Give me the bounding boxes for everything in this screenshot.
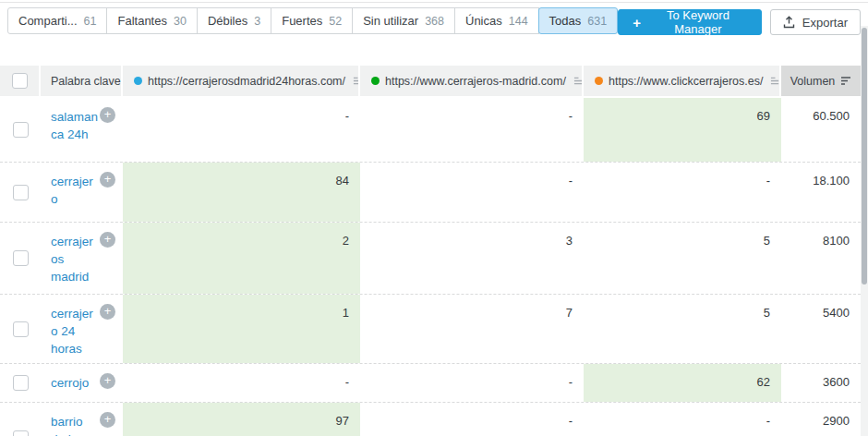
volume-cell: 3600 [781,364,861,402]
table-row: cerrojo + - - 62 3600 [0,364,861,403]
export-button[interactable]: Exportar [770,9,861,35]
filter-tab-count: 144 [509,15,528,28]
row-checkbox-cell [0,98,41,162]
volume-cell: 18.100 [781,163,861,222]
column-header-competitor[interactable]: https://cerrajerosdmadrid24horas.com/ [123,66,360,96]
filter-tab-label: Débiles [208,14,247,28]
vertical-scrollbar[interactable] [861,26,868,436]
sort-icon[interactable] [353,76,360,86]
keyword-cell: cerrajero 24 horas + [41,295,123,363]
filter-tab-count: 61 [84,15,97,28]
volume-column-label: Volumen [790,75,836,88]
table-row: barrio de la + 97 - - 2900 [0,403,861,436]
filter-tab[interactable]: Fuertes 52 [271,7,353,34]
table-row: cerrajeros madrid + 2 3 5 8100 [0,223,861,295]
toolbar: Comparti... 61 Faltantes 30 Débiles 3 Fu… [0,0,868,46]
rank-cell: 97 [123,403,360,436]
filter-tab-count: 368 [425,15,444,28]
column-header-competitor[interactable]: https://www.cerrajeros-madrid.com/ [360,66,584,96]
column-header-competitor[interactable]: https://www.clickcerrajeros.es/ [584,66,781,96]
table-header: Palabra clave https://cerrajerosdmadrid2… [0,66,861,96]
keyword-link[interactable]: cerrajero [51,173,99,208]
rank-cell: 84 [123,163,360,222]
to-keyword-manager-label: To Keyword Manager [649,8,747,36]
rank-cell: - [584,403,781,436]
rank-cell: 1 [123,295,360,363]
select-all-cell [0,66,41,96]
filter-tab[interactable]: Comparti... 61 [7,7,107,34]
volume-cell: 8100 [781,223,861,294]
keyword-link[interactable]: salamanca 24h [51,108,99,143]
row-checkbox-cell [0,223,41,294]
sort-icon[interactable] [770,76,780,86]
table-body: salamanca 24h + - - 69 60.500 cerrajero … [0,98,868,436]
column-header-keyword[interactable]: Palabra clave [41,66,123,96]
row-checkbox[interactable] [13,321,29,337]
rank-cell: - [360,364,584,402]
add-keyword-icon[interactable]: + [100,172,115,188]
to-keyword-manager-button[interactable]: + To Keyword Manager [618,9,762,35]
table-row: cerrajero + 84 - - 18.100 [0,163,861,223]
rank-cell: 3 [360,223,584,294]
row-checkbox[interactable] [13,430,29,436]
filter-tab[interactable]: Faltantes 30 [106,7,197,34]
rank-cell: 2 [123,223,360,294]
filter-tab-count: 30 [174,15,187,28]
keyword-gap-view: Comparti... 61 Faltantes 30 Débiles 3 Fu… [0,0,868,436]
rank-cell: - [360,403,584,436]
row-checkbox[interactable] [13,250,29,266]
scrollbar-thumb[interactable] [862,28,867,285]
add-keyword-icon[interactable]: + [100,107,115,123]
filter-tab-label: Todas [549,14,582,28]
row-checkbox-cell [0,364,41,402]
keyword-link[interactable]: barrio de la [51,413,99,436]
row-checkbox-cell [0,163,41,222]
rank-cell: 5 [584,295,781,363]
keyword-link[interactable]: cerrojo [51,374,99,392]
keyword-column-label: Palabra clave [51,75,121,88]
filter-tab-label: Únicas [465,14,502,28]
table-row: cerrajero 24 horas + 1 7 5 5400 [0,295,861,364]
add-keyword-icon[interactable]: + [100,304,115,320]
add-keyword-icon[interactable]: + [100,373,115,389]
competitor-url: https://www.clickcerrajeros.es/ [609,75,763,88]
row-checkbox[interactable] [13,185,29,200]
filter-tab[interactable]: Todas 631 [538,7,619,34]
rank-cell: - [360,98,584,162]
row-checkbox-cell [0,403,41,436]
sort-icon[interactable] [840,76,851,86]
select-all-checkbox[interactable] [12,73,28,89]
filter-tab-count: 631 [587,15,607,28]
keyword-cell: cerrojo + [41,364,123,402]
column-header-volume[interactable]: Volumen [781,66,861,96]
row-checkbox[interactable] [13,375,29,391]
table-row: salamanca 24h + - - 69 60.500 [0,98,861,163]
add-keyword-icon[interactable]: + [100,232,115,248]
filter-tabs: Comparti... 61 Faltantes 30 Débiles 3 Fu… [7,7,618,34]
keyword-cell: cerrajero + [41,163,123,222]
rank-cell: - [123,98,360,162]
competitor-url: https://www.cerrajeros-madrid.com/ [385,75,566,88]
filter-tab-count: 3 [254,15,260,28]
filter-tab[interactable]: Débiles 3 [197,7,271,34]
export-icon [783,16,795,29]
rank-cell: 5 [584,223,781,294]
filter-tab[interactable]: Sin utilizar 368 [352,7,455,34]
filter-tab-label: Faltantes [117,14,166,28]
keyword-cell: barrio de la + [41,403,123,436]
filter-tab-label: Fuertes [282,14,322,28]
add-keyword-icon[interactable]: + [100,412,115,428]
volume-cell: 60.500 [781,98,861,162]
volume-cell: 5400 [781,295,861,363]
keyword-link[interactable]: cerrajero 24 horas [51,305,99,357]
sort-icon[interactable] [573,76,584,86]
rank-cell: 7 [360,295,584,363]
export-label: Exportar [802,16,848,30]
filter-tab-count: 52 [329,15,342,28]
filter-tab-label: Comparti... [18,14,78,28]
keyword-link[interactable]: cerrajeros madrid [51,233,99,285]
row-checkbox[interactable] [13,122,29,138]
rank-cell: 62 [584,364,781,402]
filter-tab[interactable]: Únicas 144 [454,7,539,34]
competitor-dot-icon [595,77,603,85]
